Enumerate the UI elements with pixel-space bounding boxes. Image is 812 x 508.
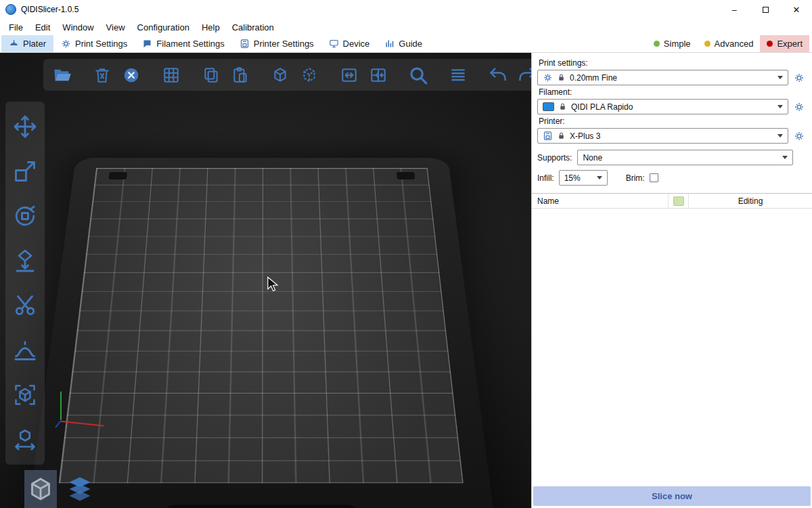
print-settings-label: Print settings: <box>539 58 805 68</box>
close-button[interactable]: ✕ <box>781 0 812 19</box>
assembly-view-button[interactable] <box>12 381 39 408</box>
undo-button[interactable] <box>487 64 509 86</box>
printer-icon <box>543 131 553 141</box>
object-list: Name Editing <box>532 193 812 485</box>
edit-filament-button[interactable] <box>793 102 805 112</box>
chevron-down-icon <box>597 176 602 179</box>
menu-file[interactable]: File <box>3 22 29 33</box>
menu-edit[interactable]: Edit <box>29 22 56 33</box>
scale-icon <box>13 159 37 184</box>
mode-expert[interactable]: Expert <box>760 35 809 52</box>
menu-help[interactable]: Help <box>196 22 226 33</box>
filament-settings-icon <box>142 39 152 49</box>
edit-print-settings-button[interactable] <box>793 72 805 83</box>
search-button[interactable] <box>407 64 429 86</box>
add-instance-icon <box>271 66 289 84</box>
tab-filament-settings[interactable]: Filament Settings <box>135 35 231 52</box>
arrange-button[interactable] <box>160 64 182 86</box>
variable-layer-height-button[interactable] <box>447 64 469 86</box>
measure-button[interactable] <box>12 426 39 453</box>
mode-advanced[interactable]: Advanced <box>698 35 761 52</box>
split-objects-button[interactable] <box>338 64 360 86</box>
chevron-down-icon <box>782 156 788 159</box>
search-icon <box>408 65 428 85</box>
remove-instance-icon <box>300 66 318 84</box>
move-button[interactable] <box>12 113 39 140</box>
device-icon <box>329 39 339 49</box>
infill-value: 15% <box>564 173 581 183</box>
menu-calibration[interactable]: Calibration <box>226 22 280 33</box>
slice-now-button[interactable]: Slice now <box>533 486 811 506</box>
column-name: Name <box>532 194 669 208</box>
window-controls: – ✕ <box>719 0 812 19</box>
editor-3d-view-button[interactable] <box>24 470 57 508</box>
paste-button[interactable] <box>229 64 251 86</box>
filament-value: QIDI PLA Rapido <box>571 102 633 112</box>
simple-mode-dot-icon <box>654 41 660 47</box>
paint-supports-button[interactable] <box>12 337 39 364</box>
printer-combo[interactable]: X-Plus 3 <box>537 128 788 144</box>
print-settings-combo[interactable]: 0.20mm Fine <box>537 70 788 85</box>
app-icon <box>5 4 16 15</box>
redo-button[interactable] <box>516 64 531 86</box>
column-extruder <box>669 194 689 208</box>
tab-device[interactable]: Device <box>321 35 378 52</box>
extruder-color-icon <box>673 196 684 206</box>
3d-viewport[interactable] <box>0 53 531 508</box>
delete-icon <box>93 66 111 84</box>
open-folder-icon <box>53 66 72 85</box>
minimize-button[interactable]: – <box>719 0 750 19</box>
printer-value: X-Plus 3 <box>570 131 600 141</box>
add-instance-button[interactable] <box>269 64 291 86</box>
delete-all-button[interactable] <box>120 64 142 86</box>
cut-button[interactable] <box>12 292 39 319</box>
lock-icon <box>557 131 566 140</box>
maximize-icon <box>763 7 769 13</box>
filament-combo[interactable]: QIDI PLA Rapido <box>537 99 788 114</box>
filament-label: Filament: <box>539 87 805 97</box>
paint-supports-icon <box>13 338 37 362</box>
supports-combo[interactable]: None <box>577 150 793 165</box>
split-parts-icon <box>369 66 387 84</box>
object-list-body[interactable] <box>532 209 812 485</box>
infill-combo[interactable]: 15% <box>559 170 608 186</box>
tab-plater[interactable]: Plater <box>1 35 53 52</box>
menu-bar: File Edit Window View Configuration Help… <box>0 19 812 35</box>
menu-configuration[interactable]: Configuration <box>131 22 196 33</box>
assembly-view-icon <box>13 383 37 407</box>
menu-view[interactable]: View <box>100 22 131 33</box>
arrange-icon <box>162 66 180 84</box>
scale-button[interactable] <box>12 158 39 185</box>
bed-clip-left <box>109 172 127 179</box>
maximize-button[interactable] <box>750 0 781 19</box>
expert-mode-dot-icon <box>767 41 773 47</box>
tab-print-settings[interactable]: Print Settings <box>53 35 135 52</box>
place-on-face-button[interactable] <box>12 247 39 274</box>
menu-window[interactable]: Window <box>56 22 99 33</box>
brim-checkbox[interactable] <box>650 173 658 182</box>
object-list-header: Name Editing <box>532 194 812 209</box>
copy-icon <box>202 66 220 84</box>
supports-value: None <box>583 153 602 163</box>
open-folder-button[interactable] <box>51 64 73 86</box>
top-toolbar <box>43 59 531 91</box>
edit-printer-button[interactable] <box>793 131 805 142</box>
lock-icon <box>557 73 566 82</box>
split-parts-button[interactable] <box>367 64 389 86</box>
preview-layers-button[interactable] <box>64 470 96 508</box>
print-settings-value: 0.20mm Fine <box>570 73 617 83</box>
mode-simple[interactable]: Simple <box>647 35 698 52</box>
gear-icon <box>794 131 805 142</box>
title-bar: QIDISlicer-1.0.5 – ✕ <box>0 0 812 19</box>
chevron-down-icon <box>777 105 783 108</box>
infill-label: Infill: <box>537 173 554 183</box>
right-sidebar: Print settings: 0.20mm Fine Filament: QI… <box>531 53 812 508</box>
move-icon <box>13 114 37 139</box>
delete-button[interactable] <box>91 64 113 86</box>
rotate-button[interactable] <box>12 203 39 230</box>
tab-guide[interactable]: Guide <box>377 35 430 52</box>
window-title: QIDISlicer-1.0.5 <box>21 5 78 14</box>
copy-button[interactable] <box>200 64 222 86</box>
tab-printer-settings[interactable]: Printer Settings <box>232 35 321 52</box>
remove-instance-button[interactable] <box>298 64 320 86</box>
